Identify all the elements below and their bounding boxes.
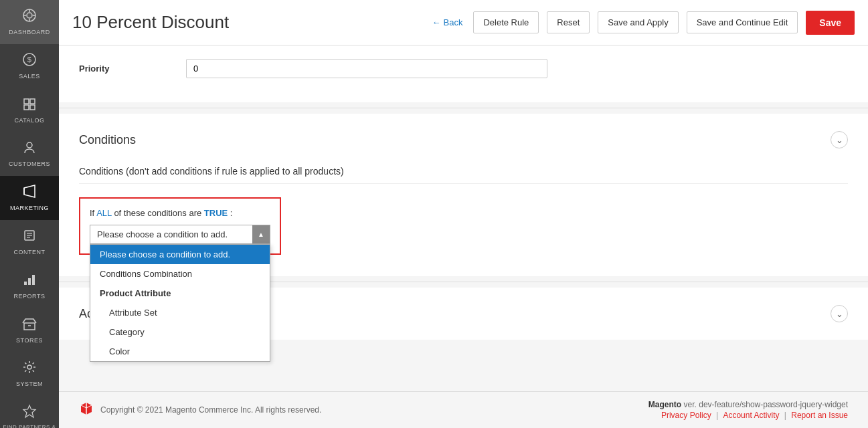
chevron-down-icon: ⌄ xyxy=(836,135,843,145)
system-icon xyxy=(22,360,37,378)
reset-button[interactable]: Reset xyxy=(547,11,590,33)
priority-section: Priority xyxy=(59,45,868,102)
content-area: Priority Conditions ⌄ Conditions (don't … xyxy=(59,45,868,391)
save-and-continue-button[interactable]: Save and Continue Edit xyxy=(687,11,798,33)
priority-row: Priority xyxy=(79,59,848,78)
footer-privacy-link[interactable]: Privacy Policy xyxy=(661,411,711,420)
reports-icon xyxy=(22,272,37,290)
save-button[interactable]: Save xyxy=(806,11,855,35)
page-header: 10 Percent Discount ← Back Delete Rule R… xyxy=(59,0,868,45)
sidebar-item-label-marketing: MARKETING xyxy=(10,205,49,212)
sidebar-item-label-reports: REPORTS xyxy=(14,293,46,300)
footer-links: Privacy Policy | Account Activity | Repo… xyxy=(648,411,848,420)
sidebar-item-label-content: CONTENT xyxy=(14,249,46,256)
svg-text:$: $ xyxy=(27,56,32,64)
sidebar-item-label-stores: STORES xyxy=(16,337,43,344)
sidebar-item-label-find-partners: FIND PARTNERS & EXTENSIONS xyxy=(3,425,56,428)
sidebar-item-label-customers: CUSTOMERS xyxy=(9,160,50,168)
conditions-header: Conditions ⌄ xyxy=(79,124,848,155)
svg-rect-21 xyxy=(32,275,35,285)
content-icon xyxy=(22,228,37,246)
sales-icon: $ xyxy=(22,52,37,70)
sidebar-item-stores[interactable]: STORES xyxy=(0,308,59,352)
footer-report-link[interactable]: Report an Issue xyxy=(791,411,848,420)
footer-account-link[interactable]: Account Activity xyxy=(723,411,779,420)
stores-icon xyxy=(22,316,37,334)
condition-dropdown-container: Please choose a condition to add. ▲ Plea… xyxy=(90,225,270,244)
sidebar-item-content[interactable]: CONTENT xyxy=(0,220,59,264)
footer-version-value: ver. dev-feature/show-password-jquery-wi… xyxy=(684,400,848,409)
condition-rule-box: If ALL of these conditions are TRUE : Pl… xyxy=(79,197,281,255)
sidebar-item-dashboard[interactable]: DASHBOARD xyxy=(0,0,59,44)
dropdown-item-category[interactable]: Category xyxy=(90,322,270,342)
svg-rect-20 xyxy=(28,278,31,285)
back-arrow-icon: ← xyxy=(432,17,441,27)
sidebar-item-label-dashboard: DASHBOARD xyxy=(9,29,50,36)
footer-copyright: Copyright © 2021 Magento Commerce Inc. A… xyxy=(100,405,321,415)
svg-rect-10 xyxy=(24,105,29,110)
conditions-collapse-button[interactable]: ⌄ xyxy=(831,131,848,148)
chevron-down-icon-actions: ⌄ xyxy=(836,309,843,319)
save-and-apply-button[interactable]: Save and Apply xyxy=(598,11,678,33)
sidebar: DASHBOARD $ SALES CATALOG CUSTOMERS MARK… xyxy=(0,0,59,428)
page-title: 10 Percent Discount xyxy=(72,12,229,33)
sidebar-item-marketing[interactable]: MARKETING xyxy=(0,176,59,220)
page-footer: Copyright © 2021 Magento Commerce Inc. A… xyxy=(59,391,868,428)
dropdown-item-placeholder[interactable]: Please choose a condition to add. xyxy=(90,245,270,264)
marketing-icon xyxy=(22,184,37,202)
svg-marker-13 xyxy=(24,185,35,197)
condition-select-arrow-button[interactable]: ▲ xyxy=(252,225,270,243)
header-actions: ← Back Delete Rule Reset Save and Apply … xyxy=(430,11,855,35)
svg-rect-9 xyxy=(30,99,35,104)
svg-point-1 xyxy=(27,13,32,18)
footer-right: Magento ver. dev-feature/show-password-j… xyxy=(648,400,848,420)
customers-icon xyxy=(22,140,37,158)
sidebar-item-customers[interactable]: CUSTOMERS xyxy=(0,132,59,176)
dashboard-icon xyxy=(22,8,37,26)
sidebar-item-label-catalog: CATALOG xyxy=(14,117,44,124)
back-button[interactable]: ← Back xyxy=(430,12,466,33)
catalog-icon xyxy=(22,96,37,114)
svg-rect-11 xyxy=(30,105,35,110)
conditions-subtitle: Conditions (don't add conditions if rule… xyxy=(79,166,848,184)
chevron-up-icon: ▲ xyxy=(258,231,264,238)
svg-rect-8 xyxy=(24,99,29,104)
sidebar-item-catalog[interactable]: CATALOG xyxy=(0,88,59,132)
condition-select-text: Please choose a condition to add. xyxy=(90,225,252,243)
condition-dropdown-menu: Please choose a condition to add. Condit… xyxy=(90,244,270,362)
footer-divider-1: | xyxy=(716,411,720,420)
footer-left: Copyright © 2021 Magento Commerce Inc. A… xyxy=(79,401,321,419)
dropdown-item-attribute-set[interactable]: Attribute Set xyxy=(90,303,270,322)
conditions-section: Conditions ⌄ Conditions (don't add condi… xyxy=(59,114,868,276)
sidebar-item-reports[interactable]: REPORTS xyxy=(0,264,59,308)
rule-all-link[interactable]: ALL xyxy=(96,208,112,218)
svg-point-24 xyxy=(27,365,31,369)
footer-version-label: Magento xyxy=(648,400,681,409)
sidebar-item-find-partners[interactable]: FIND PARTNERS & EXTENSIONS xyxy=(0,396,59,428)
condition-select-display[interactable]: Please choose a condition to add. ▲ xyxy=(90,225,270,244)
sidebar-item-sales[interactable]: $ SALES xyxy=(0,44,59,88)
conditions-title: Conditions xyxy=(79,133,136,147)
svg-point-12 xyxy=(27,142,32,148)
footer-version: Magento ver. dev-feature/show-password-j… xyxy=(648,400,848,409)
main-content: 10 Percent Discount ← Back Delete Rule R… xyxy=(59,0,868,428)
svg-rect-22 xyxy=(24,323,35,330)
dropdown-item-conditions-combination[interactable]: Conditions Combination xyxy=(90,264,270,284)
delete-rule-button[interactable]: Delete Rule xyxy=(473,11,539,33)
dropdown-item-color[interactable]: Color xyxy=(90,342,270,361)
svg-rect-19 xyxy=(24,282,27,285)
priority-label: Priority xyxy=(79,64,186,74)
find-partners-icon xyxy=(22,404,37,422)
sidebar-item-label-sales: SALES xyxy=(19,73,40,80)
dropdown-item-product-attribute-header: Product Attribute xyxy=(90,284,270,303)
actions-collapse-button[interactable]: ⌄ xyxy=(831,305,848,322)
sidebar-item-label-system: SYSTEM xyxy=(16,381,43,388)
svg-marker-25 xyxy=(23,405,35,417)
sidebar-item-system[interactable]: SYSTEM xyxy=(0,352,59,396)
condition-rule-text: If ALL of these conditions are TRUE : xyxy=(90,208,270,218)
footer-divider-2: | xyxy=(784,411,788,420)
rule-true-link[interactable]: TRUE xyxy=(204,208,228,218)
magento-logo xyxy=(79,401,94,419)
conditions-inner: Conditions (don't add conditions if rule… xyxy=(79,155,848,265)
priority-input[interactable] xyxy=(186,59,547,78)
